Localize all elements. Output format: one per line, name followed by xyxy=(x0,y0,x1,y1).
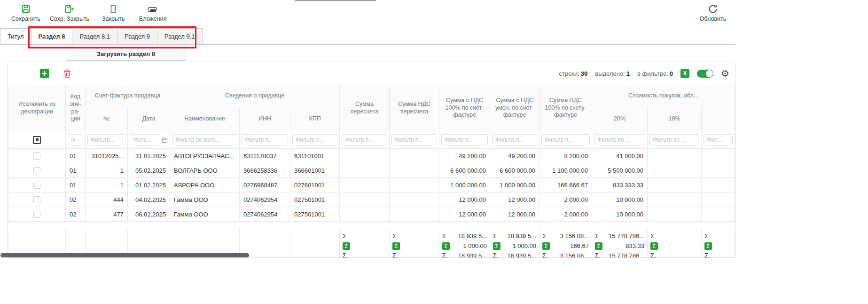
row-checkbox[interactable] xyxy=(33,196,40,203)
table-row[interactable]: 0244404.02.2025Гамма ООО0274062954027501… xyxy=(8,192,735,207)
cell-exclude xyxy=(8,163,66,178)
attachments-label: Вложения xyxy=(139,16,167,22)
cell-p18 xyxy=(648,149,702,163)
filter-wrap xyxy=(649,134,699,145)
filter-p20-input[interactable] xyxy=(594,134,645,145)
exclude-all-checkbox[interactable] xyxy=(33,136,41,144)
cell-sum_vat_full: 49 200.00 xyxy=(439,149,490,163)
summary-selected-line: Σ xyxy=(392,241,436,251)
filter-cell-name xyxy=(170,131,240,149)
filter-p18-input[interactable] xyxy=(649,134,699,145)
tab-razdel-9[interactable]: Раздел 9 xyxy=(117,28,157,44)
sigma-selected-icon: Σ xyxy=(542,242,550,250)
tab-titul[interactable]: Титул xyxy=(0,28,31,44)
filter-cell-inn xyxy=(240,131,290,149)
add-row-button[interactable] xyxy=(40,69,49,78)
table-row[interactable]: 01101.02.2025АВРОРА ООО02769684870276010… xyxy=(8,178,735,192)
sigma-icon: Σ xyxy=(343,232,346,240)
cell-sum_vat_reduced: 12 000.00 xyxy=(490,207,540,222)
summary-total-line: Σт xyxy=(392,251,436,258)
refresh-button[interactable]: Обновить xyxy=(697,2,728,22)
selected-count-label: выделено: xyxy=(595,70,625,77)
group-header-seller: Сведения о продавце xyxy=(170,85,340,107)
summary-total-value: 18 939 5... xyxy=(458,252,487,258)
cell-extra xyxy=(702,207,735,222)
sigma-sub-t: т xyxy=(599,255,601,258)
summary-total-value: 3 156 08... xyxy=(560,252,589,258)
rows-count: строки:30 xyxy=(559,70,587,77)
load-section-button[interactable]: Загрузить раздел 8 xyxy=(66,47,186,61)
close-button[interactable]: Закрыть xyxy=(98,2,129,22)
filter-wrap xyxy=(130,134,168,145)
row-checkbox[interactable] xyxy=(33,182,40,189)
filter-cell-p20 xyxy=(592,131,648,149)
group-header-purchases: Стоимость покупок, обл... xyxy=(592,85,735,107)
tab-razdel-8[interactable]: Раздел 8 xyxy=(31,28,73,44)
excel-export-icon[interactable]: X xyxy=(680,69,689,78)
summary-selected-value: 1 000.00 xyxy=(463,242,487,249)
close-door-icon xyxy=(109,4,118,14)
cell-date: 01.02.2025 xyxy=(128,178,170,192)
filter-date-input[interactable] xyxy=(130,134,160,145)
table-row[interactable]: 0131012025...31.01.2025АВТОГРУЗЗАПЧАС...… xyxy=(8,149,735,163)
save-button[interactable]: Сохранить xyxy=(10,2,41,22)
cell-extra xyxy=(702,149,735,163)
cell-date: 05.02.2025 xyxy=(128,163,170,178)
filter-sum_vat_reduced-input[interactable] xyxy=(492,134,537,145)
filter-recalc_sum-input[interactable] xyxy=(342,134,387,145)
cell-vat_full: 8 200.00 xyxy=(540,149,592,163)
summary-total-line: Σт xyxy=(650,251,698,258)
filter-name-input[interactable] xyxy=(172,134,237,145)
attachments-button[interactable]: Вложения xyxy=(137,2,168,22)
delete-row-button[interactable] xyxy=(63,69,71,78)
filter-wrap xyxy=(172,134,237,145)
window-edge-line xyxy=(295,0,376,1)
cell-sum_vat_reduced: 6 600 000.00 xyxy=(490,163,540,178)
tab-razdel-8-1[interactable]: Раздел 8.1 xyxy=(72,28,117,44)
filter-sum_vat_full-input[interactable] xyxy=(441,134,488,145)
gear-icon[interactable]: ⚙ xyxy=(721,69,729,78)
cell-name: Гамма ООО xyxy=(170,192,240,207)
filter-toggle[interactable] xyxy=(697,70,713,78)
summary-selected-value: 833.33 xyxy=(626,242,644,249)
table-row[interactable]: 0247706.02.2025Гамма ООО0274062954027501… xyxy=(8,207,735,222)
sigma-icon: Σ xyxy=(442,232,446,240)
tab-razdel-9-1[interactable]: Раздел 9.1 xyxy=(157,28,203,44)
col-header-vat_full: Сумма НДС 100% по счету-фактуре xyxy=(540,85,592,131)
table-row[interactable]: 01105.02.2025ВОЛГАРЬ ООО3666258336366601… xyxy=(8,163,735,178)
summary-p18: ΣΣΣт xyxy=(648,229,702,258)
horizontal-scrollbar[interactable] xyxy=(0,253,249,257)
summary-sum-line: Σ15 778 786... xyxy=(595,231,644,241)
filter-vat_full-input[interactable] xyxy=(541,134,590,145)
col-header-exclude: Исключить из декларации xyxy=(8,85,66,131)
row-checkbox[interactable] xyxy=(33,167,40,174)
filter-kpp-input[interactable] xyxy=(292,134,337,145)
cell-sum_vat_full: 6 600 000.00 xyxy=(439,163,490,178)
filter-extra-input[interactable] xyxy=(704,134,733,145)
cell-code: 01 xyxy=(66,178,86,192)
filter-recalc_vat-input[interactable] xyxy=(391,134,437,145)
row-checkbox[interactable] xyxy=(33,152,40,160)
filter-number-input[interactable] xyxy=(87,134,125,145)
sigma-glyph: Σ xyxy=(595,252,599,258)
summary-sum-line: Σ18 939 5... xyxy=(442,231,487,241)
sigma-glyph: Σ xyxy=(442,252,446,258)
col-header-date: Дата xyxy=(128,107,170,131)
cell-inn: 6311178037 xyxy=(240,149,290,163)
filter-code-input[interactable] xyxy=(68,134,83,145)
filter-inn-input[interactable] xyxy=(242,134,288,145)
cell-number: 444 xyxy=(86,192,128,207)
summary-total-line: Σт15 778 786... xyxy=(595,251,644,258)
calendar-icon[interactable] xyxy=(162,137,168,143)
cell-kpp: 027501001 xyxy=(290,207,340,222)
sigma-total-icon: Σт xyxy=(650,252,656,258)
row-checkbox[interactable] xyxy=(33,211,40,218)
save-close-button[interactable]: Сохр. Закрыть xyxy=(50,2,89,22)
sigma-selected-icon: Σ xyxy=(343,242,350,250)
cell-recalc_vat xyxy=(390,192,439,207)
summary-selected-line: Σ xyxy=(650,241,698,251)
cell-date: 31.01.2025 xyxy=(128,149,170,163)
filter-wrap xyxy=(704,134,733,145)
cell-p20: 10 000.00 xyxy=(592,207,648,222)
summary-sum-line: Σ xyxy=(650,231,698,241)
